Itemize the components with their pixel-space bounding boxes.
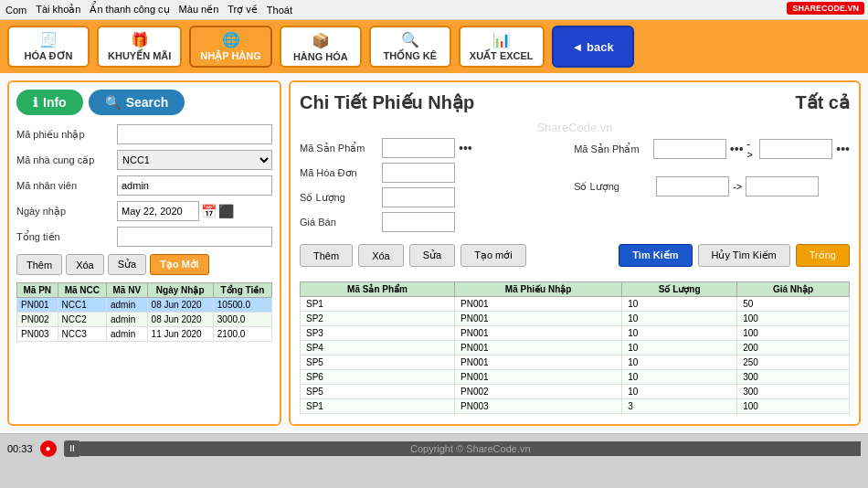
hang-hoa-icon: 📦 [312, 32, 330, 49]
left-table-row[interactable]: PN003 NCC3 admin 11 Jun 2020 2100.0 [17, 327, 272, 342]
calendar-nav-icon[interactable]: ⬛ [218, 204, 234, 218]
detail-col-ma-pn: Mã Phiếu Nhập [455, 282, 622, 297]
tao-moi-button[interactable]: Tạo Mới [150, 254, 209, 275]
right-ma-sp-input[interactable] [382, 138, 455, 158]
detail-col-ma-sp: Mã Sản Phẩm [301, 282, 455, 297]
tim-kiem-button[interactable]: Tìm Kiếm [619, 244, 692, 267]
right-arrow2-icon: -> [733, 181, 742, 192]
detail-cell-ma-pn: PN003 [455, 399, 622, 414]
right-ma-sp3-input[interactable] [759, 139, 832, 159]
nav-hang-hoa[interactable]: 📦 HÀNG HÓA [280, 26, 362, 68]
detail-table-row[interactable]: SP4 PN001 10 200 [301, 341, 850, 355]
nav-thong-ke-label: THỐNG KÊ [384, 50, 438, 62]
nav-thong-ke[interactable]: 🔍 THỐNG KÊ [369, 26, 451, 68]
right-ma-sp-dots: ••• [459, 141, 472, 155]
cell-ma-pn: PN002 [17, 313, 58, 327]
menu-mau-nen[interactable]: Màu nền [179, 4, 219, 16]
nav-hoa-don[interactable]: 🧾 HÓA ĐƠN [7, 26, 90, 68]
ma-nhan-vien-input[interactable] [117, 175, 272, 196]
tong-tien-input[interactable] [117, 227, 272, 247]
detail-table-row[interactable]: SP1 PN001 10 50 [301, 297, 850, 312]
right-ma-sp2-input[interactable] [653, 139, 726, 159]
right-tao-moi-button[interactable]: Tạo mới [460, 244, 526, 267]
nav-xuat-excel[interactable]: 📊 XUẤT EXCEL [459, 26, 545, 68]
calendar-icon[interactable]: 📅 [201, 204, 217, 218]
right-ma-sp2-label: Mã Sản Phẩm [574, 143, 653, 155]
tong-tien-label: Tổng tiền [16, 231, 117, 243]
menu-an-thanh[interactable]: Ẩn thanh công cụ [90, 4, 169, 16]
nav-hang-hoa-label: HÀNG HÓA [293, 51, 348, 62]
ma-phieu-nhap-row: Mã phiếu nhập [16, 124, 272, 144]
left-table-row[interactable]: PN001 NCC1 admin 08 Jun 2020 10500.0 [17, 298, 272, 313]
right-so-luong3-input[interactable] [746, 176, 819, 196]
ngay-nhap-input[interactable] [117, 201, 199, 221]
detail-cell-ma-sp: SP2 [301, 414, 455, 416]
main-content: ℹ Info 🔍 Search Mã phiếu nhập Mã nhà cun… [0, 73, 868, 433]
detail-cell-gia-nhap: 100 [737, 312, 850, 326]
right-arrow-icon: -> [747, 138, 757, 160]
detail-cell-ma-sp: SP4 [301, 341, 455, 355]
status-time: 00:33 [7, 443, 33, 454]
nav-back[interactable]: ◄ back [552, 26, 634, 68]
right-gia-ban-input[interactable] [382, 212, 455, 232]
right-title: Chi Tiết Phiếu Nhập [300, 91, 474, 113]
cell-ngay-nhap: 11 Jun 2020 [147, 327, 213, 342]
detail-table-wrap: Mã Sản Phẩm Mã Phiếu Nhập Số Lượng Giá N… [300, 281, 850, 415]
col-ma-ncc: Mã NCC [58, 283, 106, 298]
menu-tro-ve[interactable]: Trợ về [228, 4, 258, 16]
detail-table-row[interactable]: SP5 PN001 10 250 [301, 355, 850, 370]
col-ma-nv: Mã NV [106, 283, 147, 298]
huy-tim-kiem-button[interactable]: Hủy Tìm Kiếm [698, 244, 790, 267]
right-panel: Chi Tiết Phiếu Nhập Tất cả ShareCode.vn … [289, 80, 861, 426]
right-xoa-button[interactable]: Xóa [358, 244, 404, 267]
right-right-buttons: Tìm Kiếm Hủy Tìm Kiếm Trống [619, 244, 850, 267]
detail-cell-gia-nhap: 300 [737, 385, 850, 399]
search-label: Search [126, 95, 169, 110]
detail-table-row[interactable]: SP1 PN003 3 100 [301, 399, 850, 414]
left-table-row[interactable]: PN002 NCC2 admin 08 Jun 2020 3000.0 [17, 313, 272, 327]
detail-table-row[interactable]: SP3 PN001 10 100 [301, 326, 850, 341]
info-icon: ℹ [33, 95, 37, 110]
status-left: 00:33 ● ⏸ [7, 440, 80, 457]
cell-ma-ncc: NCC1 [58, 298, 106, 313]
detail-table-row[interactable]: SP2 PN003 3 150 [301, 414, 850, 416]
right-sua-button[interactable]: Sửa [409, 244, 455, 267]
watermark: ShareCode.vn [300, 121, 850, 134]
ma-nha-cung-cap-select[interactable]: NCC1 NCC2 NCC3 [117, 150, 272, 170]
right-left-buttons: Thêm Xóa Sửa Tạo mới [300, 244, 526, 267]
detail-cell-so-luong: 10 [622, 355, 737, 370]
back-label: ◄ back [572, 40, 614, 54]
detail-cell-so-luong: 10 [622, 297, 737, 312]
menu-thoat[interactable]: Thoát [267, 5, 292, 16]
detail-cell-ma-pn: PN002 [455, 385, 622, 399]
sua-button[interactable]: Sửa [108, 254, 146, 275]
right-ma-hd-input[interactable] [382, 163, 455, 183]
menu-tai-khoan[interactable]: Tài khoản [36, 4, 80, 16]
nav-nhap-hang[interactable]: 🌐 NHẬP HÀNG [189, 26, 271, 68]
detail-cell-ma-pn: PN003 [455, 414, 622, 416]
col-ngay-nhap: Ngày Nhập [147, 283, 213, 298]
right-so-luong2-input[interactable] [656, 176, 729, 196]
nav-khuyen-mai[interactable]: 🎁 KHUYẾN MÃI [97, 26, 182, 68]
search-button[interactable]: 🔍 Search [89, 90, 185, 115]
info-button[interactable]: ℹ Info [16, 90, 83, 115]
detail-table-row[interactable]: SP2 PN001 10 100 [301, 312, 850, 326]
nhap-hang-icon: 🌐 [222, 31, 240, 48]
detail-cell-ma-pn: PN001 [455, 341, 622, 355]
ngay-nhap-row: Ngày nhập 📅 ⬛ [16, 201, 272, 221]
detail-table-row[interactable]: SP6 PN001 10 300 [301, 370, 850, 385]
right-them-button[interactable]: Thêm [300, 244, 353, 267]
detail-cell-gia-nhap: 100 [737, 399, 850, 414]
pause-button[interactable]: ⏸ [64, 440, 80, 457]
record-button[interactable]: ● [40, 440, 57, 457]
right-subtitle: Tất cả [795, 91, 850, 113]
right-ma-sp3-dots: ••• [836, 142, 850, 156]
ma-phieu-nhap-input[interactable] [117, 124, 272, 144]
right-so-luong-input[interactable] [382, 187, 455, 207]
them-button[interactable]: Thêm [16, 254, 62, 275]
ma-nhan-vien-row: Mã nhân viên [16, 175, 272, 196]
detail-table-row[interactable]: SP5 PN002 10 300 [301, 385, 850, 399]
trong-button[interactable]: Trống [796, 244, 850, 267]
cell-ma-nv: admin [106, 298, 147, 313]
xoa-button[interactable]: Xóa [66, 254, 104, 275]
